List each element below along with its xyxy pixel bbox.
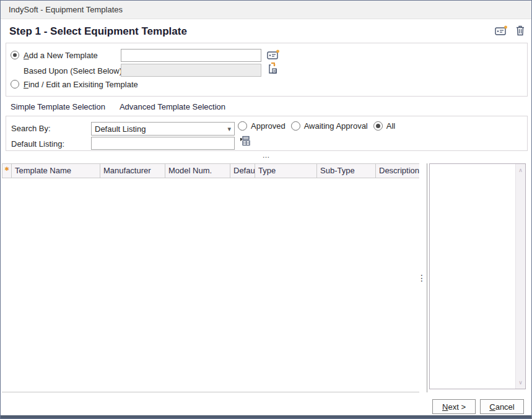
based-upon-label: Based Upon (Select Below): (24, 66, 124, 76)
window-title: IndySoft - Equipment Templates (9, 5, 123, 14)
scroll-down-icon[interactable]: ∨ (518, 376, 523, 389)
new-template-tag-button[interactable] (495, 25, 508, 38)
results-table-body[interactable] (2, 178, 419, 392)
window-bottom-accent-bar (1, 415, 531, 418)
column-header-sub-type[interactable]: Sub-Type (317, 164, 376, 178)
find-edit-template-radio[interactable] (11, 80, 19, 89)
approved-radio[interactable] (238, 121, 247, 131)
trash-icon (516, 25, 525, 38)
page-title: Step 1 - Select Equipment Template (9, 25, 187, 38)
all-label: All (386, 121, 395, 131)
ellipsis-grip-icon: … (263, 151, 270, 160)
equipment-templates-window: IndySoft - Equipment Templates Step 1 - … (0, 0, 532, 419)
new-template-name-input[interactable] (121, 49, 261, 62)
column-header-model-num[interactable]: Model Num. (165, 164, 230, 178)
next-button[interactable]: Next > (432, 399, 476, 414)
paste-clipboard-icon[interactable] (268, 63, 278, 77)
all-radio[interactable] (373, 121, 383, 131)
chevron-down-icon: ▾ (227, 125, 231, 133)
tag-new-icon (495, 25, 508, 38)
search-by-value: Default Listing (95, 124, 146, 134)
description-preview-panel: ∧ ∨ (429, 163, 526, 389)
approval-option-approved[interactable]: Approved (238, 121, 286, 131)
default-listing-label: Default Listing: (11, 139, 64, 149)
results-table-header: ✱ Template Name Manufacturer Model Num. … (2, 163, 419, 178)
template-choice-group: Add a New Template Based Upon (Select Be… (6, 43, 528, 97)
star-icon: ✱ (4, 166, 9, 172)
column-header-default[interactable]: Defaul (230, 164, 255, 178)
template-selection-tabs: Simple Template Selection Advanced Templ… (6, 100, 230, 118)
delete-template-button[interactable] (516, 25, 525, 38)
approval-option-all[interactable]: All (373, 121, 395, 131)
approved-label: Approved (251, 121, 286, 131)
required-indicator-column: ✱ (2, 164, 12, 178)
window-titlebar[interactable]: IndySoft - Equipment Templates (1, 1, 531, 19)
cancel-button[interactable]: Cancel (480, 399, 524, 414)
based-upon-input (121, 64, 261, 77)
awaiting-approval-radio[interactable] (291, 121, 300, 131)
awaiting-approval-label: Awaiting Approval (304, 121, 368, 131)
add-new-template-radio[interactable] (11, 51, 19, 59)
approval-option-awaiting[interactable]: Awaiting Approval (291, 121, 368, 131)
simple-search-panel: Search By: Default Listing ▾ Approved Aw… (6, 116, 528, 151)
column-header-manufacturer[interactable]: Manufacturer (100, 164, 165, 178)
approval-filter-group: Approved Awaiting Approval All (238, 121, 395, 131)
search-by-label: Search By: (11, 124, 51, 133)
tab-advanced-template-selection[interactable]: Advanced Template Selection (115, 100, 230, 118)
tab-simple-template-selection[interactable]: Simple Template Selection (6, 100, 110, 118)
header-toolbar (495, 25, 525, 38)
panel-divider (427, 163, 427, 392)
preview-scrollbar[interactable]: ∧ ∨ (515, 164, 525, 389)
default-listing-input[interactable] (91, 137, 235, 150)
add-new-template-label[interactable]: Add a New Template (24, 51, 98, 60)
find-edit-template-label[interactable]: Find / Edit an Exisiting Template (24, 80, 138, 89)
column-header-description[interactable]: Description (376, 164, 419, 178)
column-header-type[interactable]: Type (255, 164, 317, 178)
column-header-template-name[interactable]: Template Name (12, 164, 100, 178)
horizontal-splitter-handle[interactable]: … (1, 152, 531, 158)
vertical-splitter-handle[interactable]: ⋮ (417, 272, 425, 285)
scroll-up-icon[interactable]: ∧ (518, 164, 523, 176)
search-by-select[interactable]: Default Listing ▾ (91, 122, 235, 136)
listing-picker-icon[interactable] (240, 136, 250, 149)
vertical-dots-grip-icon: ⋮ (417, 273, 426, 283)
tag-new-icon[interactable] (267, 50, 280, 63)
